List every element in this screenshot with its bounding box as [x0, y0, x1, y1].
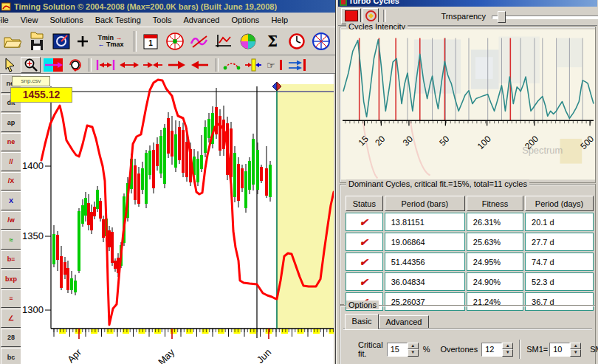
menu-options[interactable]: Options — [225, 14, 265, 26]
overtones-spinner[interactable]: 12 ▲▼ — [481, 343, 513, 357]
transparency-slider[interactable] — [492, 10, 597, 22]
sm1-spinner[interactable]: 10 ▲▼ — [549, 343, 581, 357]
drawing-tool-button-≡[interactable]: ≡ — [1, 289, 21, 309]
drawing-tool-button-ne[interactable]: ne — [1, 133, 21, 152]
zoom-reset-button[interactable] — [66, 58, 84, 72]
critical-fit-spinner[interactable]: 15 ▲▼ — [387, 343, 419, 357]
options-controls: Critical fit. 15 ▲▼ % Overtones 12 ▲▼ SM… — [340, 338, 595, 360]
drawing-tool-button-≈[interactable]: ≈ — [1, 230, 21, 250]
tab-basic[interactable]: Basic — [345, 314, 379, 329]
slider-track[interactable] — [492, 16, 598, 19]
split-bar-button[interactable] — [244, 58, 263, 72]
overtones-label: Overtones — [440, 345, 478, 354]
drawing-tool-button-/w[interactable]: /w — [1, 211, 21, 230]
red-square-icon — [345, 10, 358, 21]
sphere-button[interactable] — [237, 30, 259, 53]
table-row[interactable]: ✔ 36.04834 24.90% 52.3 d — [346, 272, 594, 291]
spin-down-icon[interactable]: ▼ — [502, 349, 513, 357]
hand-to-bar-button[interactable]: ☞ — [264, 58, 285, 72]
window-title: Timing Solution © 2004-2008 (Max=200.0K … — [14, 2, 277, 11]
drawing-tool-button-bc[interactable]: bc — [1, 348, 21, 364]
period-days-cell: 27.7 d — [525, 233, 594, 251]
drawing-tool-button-∠[interactable]: ∠ — [1, 309, 21, 328]
table-row[interactable]: ✔ 19.06864 25.63% 27.7 d — [346, 233, 594, 251]
fitness-cell: 24.90% — [467, 272, 523, 291]
drawing-tool-button-b≡[interactable]: b≡ — [1, 250, 21, 269]
cycles-intensity-chart[interactable]: Spectrum15203050100200500 — [341, 29, 595, 180]
wave-tool-button[interactable] — [188, 30, 210, 53]
period-days-cell: 74.7 d — [525, 253, 594, 271]
spin-up-icon[interactable]: ▲ — [408, 343, 419, 350]
drawing-tool-button-28[interactable]: 28 — [1, 329, 21, 348]
turbo-titlebar[interactable]: Turbo Cycles — [338, 0, 597, 7]
chart-axes-button[interactable] — [213, 30, 235, 53]
shift-left-button[interactable] — [189, 58, 211, 72]
drawing-tool-button-bxp[interactable]: bxp — [1, 269, 21, 289]
spin-up-icon[interactable]: ▲ — [502, 343, 513, 350]
status-cell[interactable]: ✔ — [346, 213, 383, 231]
status-cell[interactable]: ✔ — [346, 272, 383, 291]
col-period-bars[interactable]: Period (bars) — [385, 196, 465, 211]
drawing-tool-button-ap[interactable]: ap — [1, 113, 21, 132]
period-days-cell: 20.1 d — [525, 213, 594, 231]
tmin-tmax-button[interactable]: Tmin → ← Tmax — [93, 30, 128, 53]
app-icon — [1, 2, 11, 11]
drawing-tool-button-X[interactable]: X — [1, 191, 21, 210]
drawing-tools-sidebar: nelditapne///XX/w≈b≡bxp≡∠28bcate — [0, 74, 21, 364]
clock-button[interactable] — [286, 30, 308, 53]
tab-advanced[interactable]: Advanced — [379, 315, 429, 328]
spin-down-icon[interactable]: ▼ — [570, 349, 581, 357]
menu-advanced[interactable]: Advanced — [178, 14, 226, 26]
svg-text:1400: 1400 — [22, 160, 44, 171]
status-cell[interactable]: ✔ — [346, 253, 383, 271]
save-button[interactable] — [26, 30, 48, 53]
col-fitness[interactable]: Fitness — [467, 196, 523, 211]
color-marker-button[interactable] — [42, 58, 64, 72]
menu-help[interactable]: Help — [265, 14, 294, 26]
menu-tools[interactable]: Tools — [147, 14, 178, 26]
slider-thumb[interactable] — [498, 11, 506, 23]
table-row[interactable]: ✔ 13.81151 26.31% 20.1 d — [346, 213, 594, 231]
drawing-tool-button-/X[interactable]: /X — [1, 172, 21, 191]
col-period-days[interactable]: Period (days) — [525, 196, 594, 211]
drawing-tool-button-//[interactable]: // — [1, 152, 21, 171]
download-quotes-button[interactable] — [50, 30, 72, 53]
col-status[interactable]: Status — [346, 196, 383, 211]
svg-text:1350: 1350 — [22, 230, 44, 241]
current-price-label: 1455.12 — [10, 87, 72, 103]
open-file-button[interactable] — [1, 30, 24, 53]
menu-solutions[interactable]: Solutions — [44, 14, 89, 26]
status-cell[interactable]: ✔ — [346, 233, 383, 251]
check-icon: ✔ — [359, 236, 371, 248]
toolbar-separator — [216, 58, 219, 72]
toolbar-separator — [89, 58, 92, 72]
menu-view[interactable]: View — [15, 14, 44, 26]
table-row[interactable]: ✔ 51.44356 24.95% 74.7 d — [346, 253, 594, 271]
spin-down-icon[interactable]: ▼ — [408, 349, 419, 357]
arc-markers-button[interactable] — [221, 58, 242, 72]
price-chart-svg[interactable]: 140013501300AprMayJun — [21, 74, 334, 364]
expand-range-button[interactable] — [94, 58, 117, 72]
blue-wheel-button[interactable] — [310, 30, 332, 53]
sum-button[interactable]: Σ — [261, 30, 283, 53]
cursor-tool-button[interactable] — [1, 58, 19, 72]
cycles-intensity-group: Cycles Intencity Spectrum152030501002005… — [340, 27, 596, 183]
spin-up-icon[interactable]: ▲ — [570, 343, 581, 350]
turbo-title-text: Turbo Cycles — [348, 0, 399, 5]
shift-right-button[interactable] — [165, 58, 188, 72]
zoom-in-button[interactable] — [21, 57, 41, 73]
arrow-left-icon: ← — [97, 41, 104, 48]
sigma-icon: Σ — [267, 32, 278, 50]
critical-fit-label: Critical fit. — [358, 340, 383, 358]
menu-file[interactable]: File — [0, 14, 15, 26]
astro-wheel-button[interactable] — [164, 30, 186, 53]
period-bars-cell: 36.04834 — [385, 272, 465, 291]
stretch-horizontal-button[interactable] — [118, 58, 140, 72]
table-header-row: Status Period (bars) Fitness Period (day… — [346, 196, 594, 211]
add-icon[interactable] — [75, 30, 91, 53]
menu-back-testing[interactable]: Back Testing — [89, 14, 147, 26]
compress-horizontal-button[interactable] — [142, 58, 164, 72]
transparency-label: Trnsparency — [441, 12, 486, 21]
calendar-button[interactable]: 1 — [140, 30, 162, 53]
arrows-to-bar-button[interactable] — [286, 58, 309, 72]
